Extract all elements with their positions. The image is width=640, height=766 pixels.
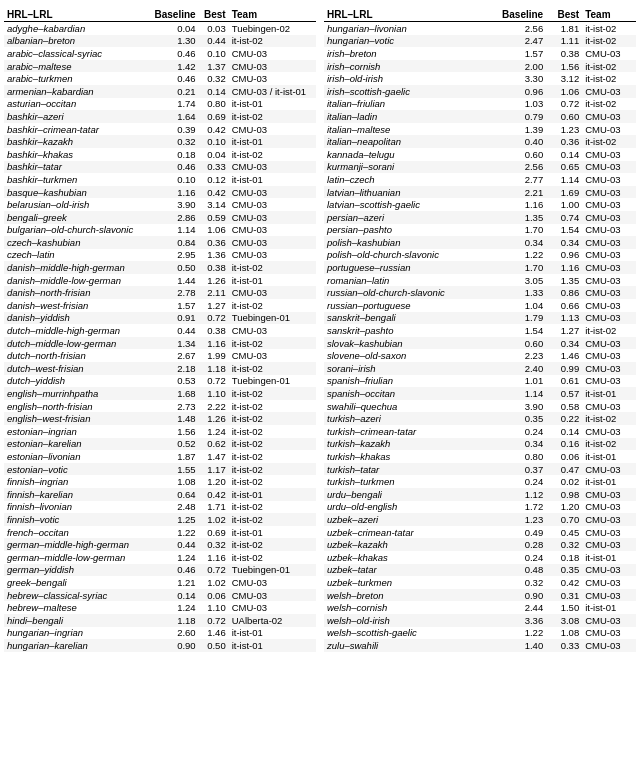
table-row: irish–cornish2.001.56it-ist-02 — [324, 60, 636, 73]
pair-cell: irish–old-irish — [324, 72, 485, 85]
baseline-cell: 0.24 — [485, 551, 546, 564]
best-cell: 0.42 — [199, 488, 229, 501]
team-cell: it-ist-02 — [229, 513, 316, 526]
pair-cell: kannada–telugu — [324, 148, 485, 161]
right-col-team: Team — [582, 8, 636, 22]
baseline-cell: 0.79 — [485, 110, 546, 123]
team-cell: CMU-03 / it-ist-01 — [229, 85, 316, 98]
baseline-cell: 2.56 — [485, 22, 546, 35]
baseline-cell: 2.86 — [147, 211, 198, 224]
team-cell: it-ist-02 — [582, 60, 636, 73]
team-cell: CMU-03 — [229, 236, 316, 249]
baseline-cell: 1.12 — [485, 488, 546, 501]
team-cell: CMU-03 — [582, 249, 636, 262]
baseline-cell: 1.14 — [485, 387, 546, 400]
baseline-cell: 1.22 — [485, 249, 546, 262]
best-cell: 0.14 — [546, 148, 582, 161]
pair-cell: adyghe–kabardian — [4, 22, 147, 35]
right-table-container: HRL–LRL Baseline Best Team hungarian–liv… — [324, 8, 636, 652]
pair-cell: sanskrit–pashto — [324, 324, 485, 337]
best-cell: 0.33 — [199, 161, 229, 174]
pair-cell: spanish–occitan — [324, 387, 485, 400]
team-cell: CMU-03 — [229, 47, 316, 60]
baseline-cell: 3.30 — [485, 72, 546, 85]
table-row: albanian–breton1.300.44it-ist-02 — [4, 35, 316, 48]
baseline-cell: 1.35 — [485, 211, 546, 224]
table-row: german–yiddish0.460.72Tuebingen-01 — [4, 564, 316, 577]
best-cell: 0.70 — [546, 513, 582, 526]
team-cell: CMU-03 — [582, 425, 636, 438]
baseline-cell: 2.78 — [147, 286, 198, 299]
left-col-team: Team — [229, 8, 316, 22]
table-row: czech–kashubian0.840.36CMU-03 — [4, 236, 316, 249]
team-cell: CMU-03 — [582, 173, 636, 186]
team-cell: it-ist-01 — [229, 135, 316, 148]
pair-cell: asturian–occitan — [4, 98, 147, 111]
baseline-cell: 1.16 — [485, 198, 546, 211]
team-cell: it-ist-02 — [582, 135, 636, 148]
table-row: welsh–old-irish3.363.08CMU-03 — [324, 614, 636, 627]
baseline-cell: 0.91 — [147, 312, 198, 325]
pair-cell: irish–breton — [324, 47, 485, 60]
table-row: adyghe–kabardian0.040.03Tuebingen-02 — [4, 22, 316, 35]
baseline-cell: 2.44 — [485, 601, 546, 614]
team-cell: CMU-03 — [582, 236, 636, 249]
best-cell: 0.96 — [546, 249, 582, 262]
best-cell: 0.98 — [546, 488, 582, 501]
pair-cell: danish–middle-high-german — [4, 261, 147, 274]
left-table: HRL–LRL Baseline Best Team adyghe–kabard… — [4, 8, 316, 652]
pair-cell: welsh–scottish-gaelic — [324, 627, 485, 640]
pair-cell: hungarian–karelian — [4, 639, 147, 652]
baseline-cell: 1.40 — [485, 639, 546, 652]
pair-cell: german–middle-high-german — [4, 538, 147, 551]
best-cell: 1.10 — [199, 387, 229, 400]
team-cell: it-ist-02 — [229, 299, 316, 312]
baseline-cell: 1.21 — [147, 576, 198, 589]
table-row: turkish–tatar0.370.47CMU-03 — [324, 463, 636, 476]
table-row: welsh–cornish2.441.50it-ist-01 — [324, 601, 636, 614]
best-cell: 0.99 — [546, 362, 582, 375]
pair-cell: belarusian–old-irish — [4, 198, 147, 211]
best-cell: 1.26 — [199, 412, 229, 425]
pair-cell: welsh–breton — [324, 589, 485, 602]
team-cell: CMU-03 — [582, 463, 636, 476]
table-row: dutch–north-frisian2.671.99CMU-03 — [4, 349, 316, 362]
team-cell: CMU-03 — [582, 85, 636, 98]
baseline-cell: 1.23 — [485, 513, 546, 526]
baseline-cell: 0.90 — [147, 639, 198, 652]
team-cell: CMU-03 — [582, 47, 636, 60]
table-row: uzbek–kazakh0.280.32CMU-03 — [324, 538, 636, 551]
baseline-cell: 2.21 — [485, 186, 546, 199]
team-cell: CMU-03 — [582, 614, 636, 627]
table-row: uzbek–tatar0.480.35CMU-03 — [324, 564, 636, 577]
baseline-cell: 0.24 — [485, 425, 546, 438]
pair-cell: finnish–karelian — [4, 488, 147, 501]
team-cell: CMU-03 — [582, 312, 636, 325]
table-row: belarusian–old-irish3.903.14CMU-03 — [4, 198, 316, 211]
team-cell: it-ist-01 — [229, 274, 316, 287]
pair-cell: welsh–old-irish — [324, 614, 485, 627]
baseline-cell: 2.47 — [485, 35, 546, 48]
baseline-cell: 0.14 — [147, 589, 198, 602]
table-row: english–west-frisian1.481.26it-ist-02 — [4, 412, 316, 425]
team-cell: CMU-03 — [229, 161, 316, 174]
team-cell: it-ist-02 — [229, 261, 316, 274]
pair-cell: dutch–north-frisian — [4, 349, 147, 362]
best-cell: 0.02 — [546, 475, 582, 488]
team-cell: CMU-03 — [582, 526, 636, 539]
pair-cell: uzbek–crimean-tatar — [324, 526, 485, 539]
team-cell: it-ist-02 — [582, 22, 636, 35]
pair-cell: bashkir–tatar — [4, 161, 147, 174]
baseline-cell: 0.04 — [147, 22, 198, 35]
best-cell: 0.42 — [199, 123, 229, 136]
team-cell: CMU-03 — [582, 639, 636, 652]
team-cell: CMU-03 — [582, 198, 636, 211]
best-cell: 1.18 — [199, 362, 229, 375]
table-row: asturian–occitan1.740.80it-ist-01 — [4, 98, 316, 111]
pair-cell: italian–maltese — [324, 123, 485, 136]
baseline-cell: 1.54 — [485, 324, 546, 337]
best-cell: 0.10 — [199, 135, 229, 148]
right-header-row: HRL–LRL Baseline Best Team — [324, 8, 636, 22]
pair-cell: french–occitan — [4, 526, 147, 539]
best-cell: 0.62 — [199, 438, 229, 451]
